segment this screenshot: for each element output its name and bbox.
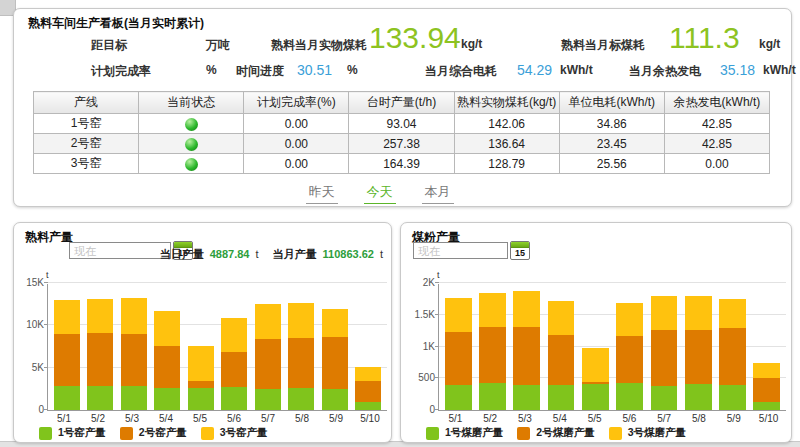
coal-actual-unit: kg/t [461, 37, 482, 51]
monthly-output-label: 当月产量 [273, 247, 317, 262]
bar-segment-2 [255, 339, 281, 389]
daily-output-unit: t [255, 248, 258, 260]
bar-segment-3 [154, 311, 180, 346]
gridline [439, 282, 786, 283]
kpi-panel: 熟料车间生产看板(当月实时累计) 距目标 万吨 熟料当月实物煤耗 133.94 … [13, 8, 792, 207]
stacked-bar [753, 363, 780, 410]
production-lines-table: 产线 当前状态 计划完成率(%) 台时产量(t/h) 熟料实物煤耗(kg/t) … [33, 91, 770, 174]
daily-output-label: 当日产量 [160, 247, 204, 262]
y-tick-label: 5K [12, 362, 44, 373]
tab-month[interactable]: 本月 [422, 183, 454, 204]
tab-yesterday[interactable]: 昨天 [306, 183, 338, 204]
plan-rate: 0.00 [244, 134, 349, 154]
x-axis-label: 5/8 [682, 413, 717, 424]
power: 23.45 [559, 134, 664, 154]
clinker-stacked-bar-chart: t05K10K15K [47, 284, 387, 411]
period-tabs: 昨天 今天 本月 [0, 183, 768, 204]
bar-segment-1 [255, 389, 281, 410]
waste-heat: 0.00 [664, 154, 769, 174]
bar-column [510, 284, 544, 410]
bar-segment-1 [719, 385, 746, 410]
legend-item: 3号煤磨产量 [609, 426, 686, 440]
bar-segment-2 [87, 333, 113, 386]
bar-column [647, 284, 681, 410]
legend-swatch [201, 427, 214, 440]
bar-segment-2 [719, 328, 746, 385]
plan-rate-unit: % [206, 63, 217, 77]
x-axis-label: 5/2 [473, 413, 508, 424]
bar-segment-3 [54, 300, 80, 334]
bar-segment-1 [54, 386, 80, 410]
power-label: 当月综合电耗 [425, 63, 497, 80]
bar-segment-3 [445, 298, 472, 332]
bar-segment-1 [651, 386, 678, 410]
bar-segment-3 [651, 296, 678, 330]
bar-segment-3 [719, 299, 746, 328]
goal-unit: 万吨 [206, 37, 230, 54]
bar-segment-2 [188, 381, 214, 388]
date-input[interactable] [413, 242, 508, 259]
coal-powder-stacked-bar-chart: t05001K1.5K2K [438, 284, 786, 411]
stacked-bar [54, 300, 80, 410]
stacked-bar [288, 303, 314, 410]
coal-actual-label: 熟料当月实物煤耗 [271, 37, 367, 54]
bar-segment-1 [221, 387, 247, 410]
table-row: 1号窑 0.00 93.04 142.06 34.86 42.85 [34, 114, 770, 134]
bar-column [84, 284, 118, 410]
power-value: 54.29 [517, 62, 552, 78]
line-status [139, 114, 244, 134]
legend-item: 1号煤磨产量 [426, 426, 503, 440]
bar-column [184, 284, 218, 410]
x-axis-labels: 5/15/25/35/45/55/65/75/85/95/10 [438, 413, 786, 424]
tab-today[interactable]: 今天 [364, 183, 396, 204]
hourly: 164.39 [349, 154, 454, 174]
bar-column [750, 284, 784, 410]
legend-swatch [39, 427, 52, 440]
bar-segment-2 [685, 330, 712, 384]
bar-segment-1 [548, 385, 575, 410]
coal: 142.06 [454, 114, 559, 134]
bar-segment-3 [616, 303, 643, 336]
bar-segment-1 [188, 388, 214, 410]
bar-column [352, 284, 386, 410]
calendar-button[interactable]: 15 [510, 241, 530, 260]
bar-segment-2 [479, 327, 506, 383]
power: 34.86 [559, 114, 664, 134]
goal-label: 距目标 [91, 37, 127, 54]
coal-std-value: 111.3 [669, 21, 740, 55]
line-name: 2号窑 [34, 134, 139, 154]
col-header-status: 当前状态 [139, 92, 244, 114]
waste-heat-value: 35.18 [720, 62, 755, 78]
x-axis-label: 5/8 [285, 413, 319, 424]
hourly: 257.38 [349, 134, 454, 154]
legend-label: 1号煤磨产量 [445, 426, 503, 440]
stacked-bar [188, 346, 214, 410]
time-progress-unit: % [347, 63, 358, 77]
bar-segment-1 [322, 389, 348, 410]
legend-swatch [517, 427, 530, 440]
x-axis-label: 5/5 [577, 413, 612, 424]
bar-column [715, 284, 749, 410]
x-axis-label: 5/7 [647, 413, 682, 424]
stacked-bar [154, 311, 180, 410]
stacked-bar [121, 298, 147, 410]
bar-segment-3 [322, 309, 348, 337]
bar-column [151, 284, 185, 410]
coal-std-label: 熟料当月标煤耗 [561, 37, 645, 54]
bars-container [48, 284, 387, 410]
x-axis-label: 5/2 [81, 413, 115, 424]
bars-container [439, 284, 786, 410]
chart-legend: 1号煤磨产量2号煤磨产量3号煤磨产量 [426, 426, 686, 440]
coal-powder-output-panel: 煤粉产量 15 t05001K1.5K2K 5/15/25/35/45/55/6… [400, 222, 792, 443]
bar-segment-3 [87, 299, 113, 333]
y-tick-label: 2K [403, 277, 435, 288]
bar-segment-2 [355, 381, 381, 402]
daily-output-value: 4887.84 [210, 248, 250, 260]
plan-rate: 0.00 [244, 154, 349, 174]
y-axis-tick [44, 282, 48, 283]
col-header-coal: 熟料实物煤耗(kg/t) [454, 92, 559, 114]
bar-column [578, 284, 612, 410]
x-axis-label: 5/6 [612, 413, 647, 424]
bar-segment-1 [154, 388, 180, 410]
bar-segment-2 [322, 337, 348, 389]
